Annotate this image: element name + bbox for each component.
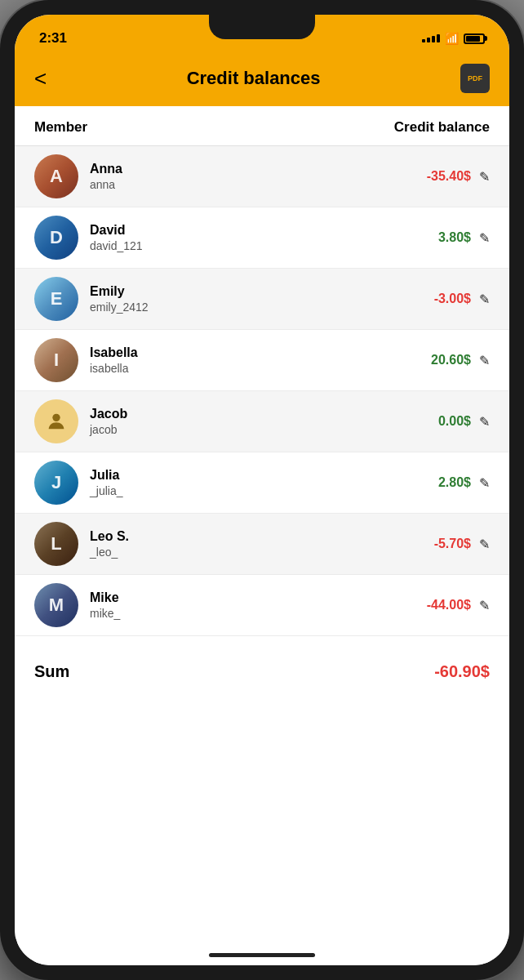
sum-row: Sum -60.90$ (15, 643, 509, 701)
avatar: A (34, 154, 78, 198)
member-info: Leo S. _leo_ (90, 528, 406, 560)
balance-value: 0.00$ (406, 414, 471, 429)
balance-area: -5.70$ ✎ (406, 537, 490, 552)
balance-area: -3.00$ ✎ (406, 292, 490, 307)
balance-value: -44.00$ (406, 598, 471, 612)
sum-label: Sum (34, 662, 69, 681)
sum-value: -60.90$ (434, 662, 490, 681)
member-name: Leo S. (90, 528, 406, 546)
edit-icon[interactable]: ✎ (479, 292, 490, 307)
svg-point-0 (52, 414, 60, 421)
balance-value: -5.70$ (406, 537, 471, 551)
member-name: Mike (90, 590, 406, 607)
avatar: D (34, 216, 78, 260)
avatar: I (34, 338, 78, 382)
member-username: isabella (90, 361, 406, 376)
table-header: Member Credit balance (15, 106, 509, 146)
avatar: L (34, 522, 78, 566)
member-info: Isabella isabella (90, 345, 406, 376)
status-icons: 📶 (422, 32, 485, 45)
member-username: emily_2412 (90, 300, 406, 314)
balance-value: 20.60$ (406, 353, 471, 368)
member-name: Isabella (90, 345, 406, 362)
balance-area: 0.00$ ✎ (406, 414, 490, 430)
member-username: jacob (90, 422, 406, 437)
edit-icon[interactable]: ✎ (479, 230, 490, 246)
edit-icon[interactable]: ✎ (479, 353, 490, 368)
home-indicator (209, 953, 315, 957)
edit-icon[interactable]: ✎ (479, 169, 490, 185)
wifi-icon: 📶 (445, 32, 459, 45)
pdf-button[interactable]: PDF (460, 64, 490, 93)
edit-icon[interactable]: ✎ (479, 537, 490, 552)
edit-icon[interactable]: ✎ (479, 475, 490, 491)
avatar: J (34, 461, 78, 505)
member-info: Jacob jacob (90, 406, 406, 438)
member-info: Emily emily_2412 (90, 283, 406, 315)
avatar (34, 399, 78, 443)
edit-icon[interactable]: ✎ (479, 598, 490, 613)
balance-area: 20.60$ ✎ (406, 353, 490, 368)
member-name: Anna (90, 161, 406, 178)
member-username: mike_ (90, 606, 406, 621)
list-item: D David david_121 3.80$ ✎ (15, 207, 509, 269)
balance-area: -35.40$ ✎ (406, 169, 490, 185)
main-content: Member Credit balance A Anna anna -35.40… (15, 106, 509, 965)
back-button[interactable]: < (34, 68, 47, 89)
member-name: Julia (90, 467, 406, 484)
balance-area: 2.80$ ✎ (406, 475, 490, 491)
list-item: I Isabella isabella 20.60$ ✎ (15, 330, 509, 391)
member-info: Mike mike_ (90, 590, 406, 621)
members-list: A Anna anna -35.40$ ✎ D David david_121 … (15, 146, 509, 636)
list-item: E Emily emily_2412 -3.00$ ✎ (15, 269, 509, 330)
member-info: David david_121 (90, 222, 406, 254)
list-item: A Anna anna -35.40$ ✎ (15, 146, 509, 207)
member-info: Anna anna (90, 161, 406, 193)
balance-area: -44.00$ ✎ (406, 598, 490, 613)
col-balance-label: Credit balance (394, 119, 490, 136)
member-name: Jacob (90, 406, 406, 423)
col-member-label: Member (34, 119, 87, 136)
member-username: _leo_ (90, 545, 406, 559)
page-title: Credit balances (187, 68, 321, 89)
list-item: L Leo S. _leo_ -5.70$ ✎ (15, 514, 509, 575)
phone-frame: 2:31 📶 < Credit balances PDF (0, 0, 524, 980)
member-name: Emily (90, 283, 406, 301)
avatar: E (34, 277, 78, 321)
phone-screen: 2:31 📶 < Credit balances PDF (15, 15, 509, 965)
app-header: < Credit balances PDF (15, 56, 509, 106)
list-item: Jacob jacob 0.00$ ✎ (15, 391, 509, 452)
battery-icon (464, 33, 485, 44)
status-time: 2:31 (39, 30, 67, 47)
notch (209, 15, 315, 39)
list-item: M Mike mike_ -44.00$ ✎ (15, 575, 509, 636)
pdf-icon: PDF (468, 75, 482, 82)
member-name: David (90, 222, 406, 239)
balance-value: 3.80$ (406, 230, 471, 245)
avatar: M (34, 583, 78, 627)
member-username: anna (90, 177, 406, 192)
balance-area: 3.80$ ✎ (406, 230, 490, 246)
balance-value: -3.00$ (406, 292, 471, 306)
member-username: david_121 (90, 238, 406, 253)
edit-icon[interactable]: ✎ (479, 414, 490, 430)
list-item: J Julia _julia_ 2.80$ ✎ (15, 452, 509, 514)
member-info: Julia _julia_ (90, 467, 406, 499)
balance-value: 2.80$ (406, 475, 471, 490)
balance-value: -35.40$ (406, 169, 471, 184)
member-username: _julia_ (90, 483, 406, 498)
signal-icon (422, 34, 440, 42)
